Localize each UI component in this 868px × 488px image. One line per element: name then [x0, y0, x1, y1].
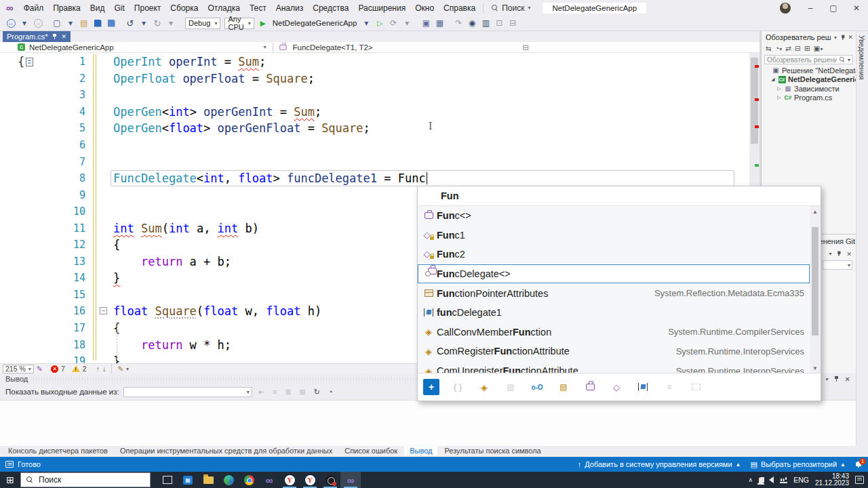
menu-item-git[interactable]: Git [109, 2, 129, 14]
step-over-button[interactable]: ↷ [453, 17, 464, 29]
code-line[interactable]: 8FuncDelegate<int, float> funcDelegate1 … [0, 170, 749, 187]
completion-item[interactable]: funcDelegate1 [418, 303, 810, 323]
taskbar-search-box[interactable]: Поиск [20, 472, 151, 487]
task-view-icon[interactable] [157, 472, 178, 488]
code-line[interactable]: 7 [0, 153, 749, 170]
code-text[interactable]: OperFloat operFloat = Square; [113, 72, 315, 85]
filter-issues-button[interactable]: ✎ [117, 365, 123, 373]
clock[interactable]: 18:43 21.12.2023 [815, 473, 849, 487]
code-text[interactable]: OperInt operInt = Sum; [113, 55, 266, 68]
open-file-button[interactable]: ▤ [79, 17, 90, 29]
completion-item[interactable]: Func<> [418, 206, 810, 226]
switch-views-icon[interactable]: ⇆ [766, 44, 772, 52]
zoom-dropdown[interactable]: 215 % ▾ [3, 365, 34, 373]
tree-item[interactable]: ▷▦Зависимости [762, 84, 856, 94]
minimize-button[interactable]: – [799, 0, 822, 16]
filter-all-icon[interactable]: + [423, 379, 439, 395]
pin-icon[interactable] [52, 34, 58, 40]
sync-with-active-document-icon[interactable]: ⇄ [785, 44, 791, 52]
chrome-icon[interactable] [239, 472, 259, 488]
code-text[interactable]: } [113, 271, 120, 285]
notifications-bell-icon[interactable]: 1 [855, 461, 863, 468]
menu-item-средства[interactable]: Средства [308, 2, 353, 14]
tree-item[interactable]: ▣Решение "NetDelegateGenericA [762, 66, 856, 75]
user-avatar[interactable] [780, 3, 791, 14]
visual-studio-icon[interactable]: ∞ [259, 472, 279, 488]
add-to-source-control-button[interactable]: ↑ Добавить в систему управления версиями… [578, 460, 741, 468]
menu-item-справка[interactable]: Справка [439, 2, 480, 14]
close-icon[interactable]: ✕ [846, 251, 852, 258]
completion-item[interactable]: ◈CallConvMemberFunctionSystem.Runtime.Co… [418, 323, 810, 342]
code-text[interactable]: return w * h; [113, 338, 231, 352]
window-position-icon[interactable]: ▾ [826, 376, 829, 382]
new-dropdown[interactable]: ▾ [65, 17, 76, 29]
close-icon[interactable]: ✕ [848, 34, 853, 41]
wrap-icon[interactable]: ↻ [314, 388, 320, 396]
code-text[interactable]: OperGen<float> operGenFloat = Square; [113, 121, 370, 135]
filter-interfaces-icon[interactable]: o-O [529, 379, 545, 395]
breadcrumb-member-dropdown[interactable]: FuncDelegate<T1, T2> [292, 43, 372, 52]
window-position-icon[interactable]: ▾ [829, 251, 831, 258]
quick-search-button[interactable]: Поиск ▾ [486, 3, 536, 14]
menu-item-правка[interactable]: Правка [48, 2, 85, 14]
prev-issue-button[interactable]: ↑ [96, 365, 100, 373]
network-icon[interactable] [780, 477, 787, 483]
redo-dropdown[interactable]: ▾ [165, 17, 176, 29]
find-message-icon[interactable]: ⇤ [258, 388, 264, 396]
code-text[interactable]: float Square(float w, float h) [113, 304, 321, 318]
menu-item-проект[interactable]: Проект [130, 2, 166, 14]
bottom-tab-операции-инструментальных-средств-для-обработки-данных[interactable]: Операции инструментальных средств для об… [115, 446, 338, 455]
start-without-debug-button[interactable]: ▷ [374, 17, 385, 29]
filter-namespaces-icon[interactable]: ◇ [608, 379, 625, 395]
navigate-forward-button[interactable]: → [33, 17, 43, 29]
code-line[interactable]: 5OperGen<float> operGenFloat = Square; [0, 120, 749, 137]
completion-item[interactable]: FunctionPointerAttributesSystem.Reflecti… [418, 283, 810, 303]
collapsed-arrow-icon[interactable]: ▷ [776, 95, 782, 100]
autoscroll-icon[interactable]: ◔ [328, 388, 333, 396]
output-content[interactable] [0, 400, 856, 446]
configuration-dropdown[interactable]: Debug ▾ [185, 18, 220, 29]
previous-message-icon[interactable]: ≡ [273, 388, 277, 396]
solution-explorer-title-bar[interactable]: Обозреватель решений ▾ ✕ [762, 31, 856, 43]
code-text[interactable]: return a + b; [113, 255, 231, 268]
fold-collapse-icon[interactable]: – [100, 307, 107, 314]
select-repository-button[interactable]: ▤ Выбрать репозиторий ▲ [750, 460, 846, 469]
hidden-icons-chevron[interactable]: ∧ [749, 476, 753, 483]
visual-studio-icon[interactable]: ∞ [340, 472, 361, 488]
yandex-browser-icon[interactable]: Y [300, 472, 320, 488]
bottom-tab-консоль-диспетчера-пакетов[interactable]: Консоль диспетчера пакетов [3, 446, 113, 455]
hot-reload-button[interactable]: ⟳ [388, 17, 399, 29]
yandex-browser-icon[interactable]: Y [279, 472, 300, 488]
completion-item[interactable]: ◇Func2 [418, 245, 810, 264]
run-dropdown[interactable]: ▾ [361, 17, 372, 29]
back-dropdown[interactable]: ▾ [19, 17, 30, 29]
filter-snippets-icon[interactable]: ≡ [661, 379, 677, 395]
obs-icon[interactable] [320, 472, 340, 488]
hot-reload-dropdown[interactable]: ▾ [401, 17, 412, 29]
completion-item[interactable]: ◈ComRegisterFunctionAttributeSystem.Runt… [418, 342, 810, 361]
filter-keywords-icon[interactable] [688, 379, 704, 395]
pending-changes-filter-icon[interactable]: ◔▾ [775, 44, 782, 52]
pin-icon[interactable] [841, 35, 844, 40]
new-project-button[interactable]: ▢ [52, 17, 62, 29]
menu-item-сборка[interactable]: Сборка [165, 2, 203, 14]
completion-item[interactable]: FuncDelegate<> [418, 264, 810, 284]
save-button[interactable] [92, 17, 103, 29]
chevron-down-icon[interactable]: ▾ [126, 366, 129, 372]
restore-button[interactable]: ▢ [822, 0, 845, 16]
navigate-back-button[interactable]: ← [5, 17, 16, 29]
show-all-files-icon[interactable]: ▣▾ [814, 44, 823, 52]
output-source-dropdown[interactable]: ▾ [123, 387, 252, 397]
filter-locals-icon[interactable] [635, 379, 651, 395]
code-text[interactable]: { [113, 238, 120, 251]
find-in-files-button[interactable]: ▣ [420, 17, 431, 29]
next-issue-button[interactable]: ↓ [102, 365, 106, 373]
code-text[interactable]: FuncDelegate<int, float> funcDelegate1 =… [113, 171, 427, 185]
bookmark-button[interactable]: ⊡ [494, 17, 505, 29]
menu-item-анализ[interactable]: Анализ [271, 2, 309, 14]
expanded-arrow-icon[interactable]: ◢ [770, 77, 776, 82]
save-all-button[interactable] [106, 17, 117, 29]
menu-item-вид[interactable]: Вид [85, 2, 110, 14]
filter-delegates-icon[interactable] [582, 379, 598, 395]
code-line[interactable]: 6 [0, 137, 749, 154]
